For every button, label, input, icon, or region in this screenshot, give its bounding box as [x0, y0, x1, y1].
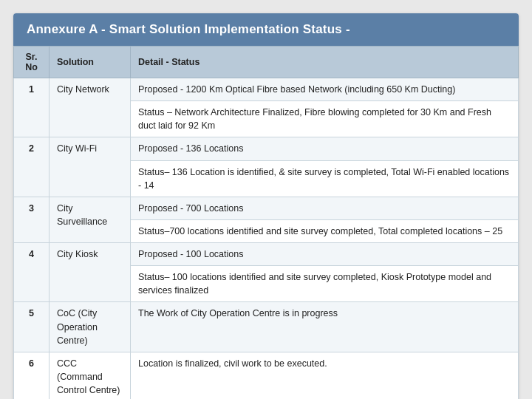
cell-solution: CoC (City Operation Centre) — [50, 302, 131, 352]
header-detail: Detail - Status — [131, 47, 519, 78]
cell-detail: Location is finalized, civil work to be … — [131, 352, 519, 399]
page-title: Annexure A - Smart Solution Implementati… — [13, 13, 519, 46]
cell-detail-status: Status– 100 locations identified and sit… — [131, 266, 519, 302]
cell-srno: 5 — [14, 302, 50, 352]
cell-detail-status: Status – Network Architecture Finalized,… — [131, 101, 519, 137]
cell-detail-status: Status– 136 Location is identified, & si… — [131, 160, 519, 197]
main-card: Annexure A - Smart Solution Implementati… — [13, 13, 519, 399]
table-row: 4City KioskProposed - 100 Locations — [14, 243, 519, 266]
cell-detail: The Work of City Operation Centre is in … — [131, 302, 519, 352]
cell-detail-proposed: Proposed - 136 Locations — [131, 137, 519, 160]
cell-detail-status: Status–700 locations identified and site… — [131, 219, 519, 242]
cell-detail-proposed: Proposed - 700 Locations — [131, 197, 519, 219]
cell-detail-proposed: Proposed - 1200 Km Optical Fibre based N… — [131, 78, 519, 101]
table-row: 2City Wi-FiProposed - 136 Locations — [14, 137, 519, 160]
table-row: 1City NetworkProposed - 1200 Km Optical … — [14, 78, 519, 101]
cell-solution: City Wi-Fi — [50, 137, 131, 197]
table-row: 6CCC (Command Control Centre)Location is… — [14, 352, 519, 399]
table-row: 3City SurveillanceProposed - 700 Locatio… — [14, 197, 519, 219]
cell-solution: City Surveillance — [50, 197, 131, 242]
cell-srno: 2 — [14, 137, 50, 197]
header-srno: Sr. No — [14, 47, 50, 78]
cell-solution: City Kiosk — [50, 243, 131, 302]
cell-srno: 3 — [14, 197, 50, 242]
cell-solution: CCC (Command Control Centre) — [50, 352, 131, 399]
table-row: 5CoC (City Operation Centre)The Work of … — [14, 302, 519, 352]
cell-srno: 6 — [14, 352, 50, 399]
cell-srno: 1 — [14, 78, 50, 137]
header-solution: Solution — [50, 47, 131, 78]
status-table: Sr. No Solution Detail - Status 1City Ne… — [13, 46, 519, 399]
cell-solution: City Network — [50, 78, 131, 137]
cell-srno: 4 — [14, 243, 50, 302]
cell-detail-proposed: Proposed - 100 Locations — [131, 243, 519, 266]
